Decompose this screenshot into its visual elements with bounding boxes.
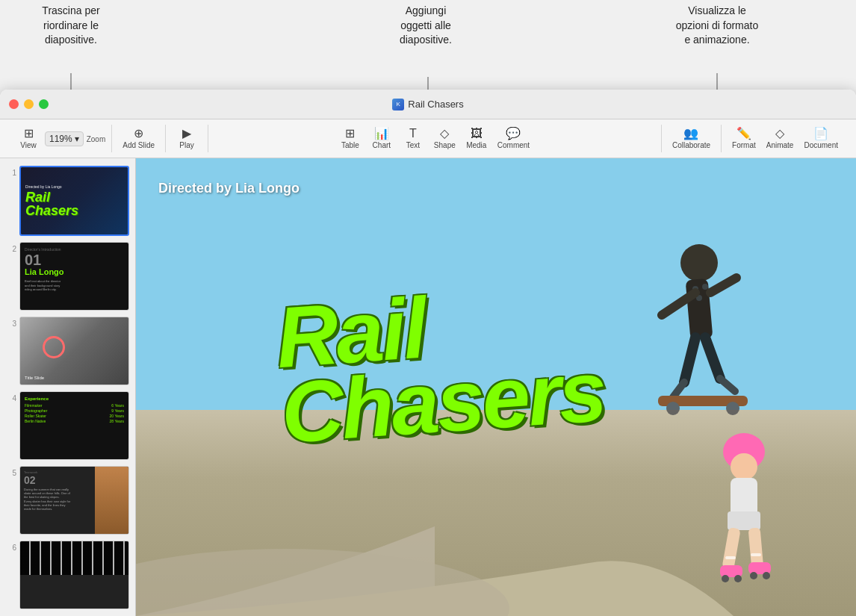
slide-thumb-5: Teamwork 02 During the summer that can r… (19, 466, 129, 535)
annotation-left: Trascina perriordinare lediapositive. (22, 4, 120, 48)
slide-item-4[interactable]: 4 Experience Filmmaker6 Years Photograph… (4, 390, 131, 461)
svg-point-19 (666, 402, 680, 415)
comment-icon: 💬 (506, 128, 521, 140)
thumb-5-num: 02 (24, 474, 91, 486)
maximize-button[interactable] (39, 99, 49, 109)
play-icon: ▶ (182, 128, 191, 140)
annotation-right: Visualizza leopzioni di formatoe animazi… (642, 4, 792, 48)
slide-number-1: 1 (6, 169, 16, 177)
svg-point-22 (731, 453, 757, 480)
add-slide-icon: ⊕ (134, 128, 143, 140)
thumb-2-body: Brief text about the directorand their b… (25, 279, 124, 292)
traffic-lights (9, 99, 49, 109)
toolbar-insert-group: ⊞ Table 📊 Chart T Text ◇ Shape 🖼 Media 💬 (208, 125, 662, 152)
slide-thumb-2: Director's Introduction 01 Lia Longo Bri… (19, 242, 129, 311)
window-title: K Rail Chasers (392, 99, 463, 111)
thumb-4-row-1: Filmmaker6 Years (25, 403, 124, 408)
svg-line-15 (705, 337, 720, 379)
svg-rect-25 (722, 527, 740, 570)
shape-button[interactable]: ◇ Shape (429, 125, 460, 152)
zoom-chevron: ▾ (75, 134, 79, 144)
animate-button[interactable]: ◇ Animate (762, 125, 798, 152)
play-button[interactable]: ▶ Play (172, 125, 202, 152)
toolbar-view-group: ⊞ View 119% ▾ Zoom (7, 125, 112, 152)
svg-line-17 (720, 379, 735, 391)
zoom-label: Zoom (87, 135, 106, 143)
svg-point-10 (702, 284, 708, 290)
svg-point-28 (722, 575, 729, 582)
thumb-6-bottom (20, 575, 128, 609)
keynote-app-icon: K (392, 99, 404, 111)
svg-point-20 (726, 402, 739, 415)
chart-icon: 📊 (374, 128, 389, 140)
slide-thumb-1: Directed by Lia Longo RailChasers (19, 166, 129, 236)
collaborate-icon: 👥 (683, 128, 698, 140)
minimize-button[interactable] (24, 99, 34, 109)
slide-canvas: Directed by Lia Longo RailChasers (136, 158, 856, 616)
thumb-3-label: Title Slide (25, 376, 44, 380)
toolbar-collaborate-group: 👥 Collaborate (662, 125, 722, 152)
slide-item-1[interactable]: 1 Directed by Lia Longo RailChasers (4, 164, 131, 237)
keynote-window: K Rail Chasers ⊞ View 119% ▾ Zoom ⊕ Add … (0, 90, 856, 616)
titlebar: K Rail Chasers (0, 90, 856, 119)
collaborate-button[interactable]: 👥 Collaborate (668, 125, 715, 152)
thumb-3-circle (43, 336, 65, 358)
toolbar-format-group: ✏️ Format ◇ Animate 📄 Document (722, 125, 849, 152)
comment-button[interactable]: 💬 Comment (493, 125, 534, 152)
thumb-4-title: Experience (25, 396, 124, 401)
svg-point-29 (734, 575, 742, 582)
toolbar-play-group: ▶ Play (166, 125, 208, 152)
slide-thumb-4: Experience Filmmaker6 Years Photographer… (19, 391, 129, 460)
thumb-2-name: Lia Longo (25, 267, 124, 277)
view-button[interactable]: ⊞ View (13, 125, 43, 152)
slide-item-6[interactable]: 6 (4, 539, 131, 611)
slide-item-5[interactable]: 5 Teamwork 02 During the summer that can… (4, 464, 131, 536)
slide-number-5: 5 (6, 469, 16, 477)
slide-number-2: 2 (6, 245, 16, 253)
slide-number-4: 4 (6, 394, 16, 402)
format-button[interactable]: ✏️ Format (728, 125, 760, 152)
toolbar-addslide-group: ⊕ Add Slide (112, 125, 166, 152)
canvas-area[interactable]: Directed by Lia Longo RailChasers (136, 158, 856, 616)
add-slide-button[interactable]: ⊕ Add Slide (118, 125, 159, 152)
table-button[interactable]: ⊞ Table (335, 125, 365, 152)
svg-rect-8 (686, 279, 713, 340)
text-icon: T (409, 128, 417, 140)
slide-number-6: 6 (6, 544, 16, 552)
svg-line-14 (684, 337, 695, 382)
main-content: 1 Directed by Lia Longo RailChasers 2 Di… (0, 158, 856, 616)
thumb-5-image (95, 467, 128, 534)
svg-point-31 (750, 572, 757, 579)
close-button[interactable] (9, 99, 19, 109)
document-button[interactable]: 📄 Document (799, 125, 843, 152)
slide-number-3: 3 (6, 320, 16, 328)
chart-button[interactable]: 📊 Chart (367, 125, 397, 152)
media-icon: 🖼 (471, 128, 483, 140)
zoom-value: 119% (49, 134, 72, 144)
seated-figure (677, 429, 811, 594)
svg-rect-34 (751, 553, 761, 556)
thumb-1-graffiti: RailChasers (25, 190, 123, 217)
shape-icon: ◇ (440, 128, 449, 140)
zoom-control[interactable]: 119% ▾ (45, 131, 84, 146)
thumb-4-row-3: Roller Skater20 Years (25, 414, 124, 418)
slide-item-3[interactable]: 3 Title Slide (4, 315, 131, 387)
thumb-5-text: During the summer that can reallyskate a… (24, 488, 91, 511)
toolbar: ⊞ View 119% ▾ Zoom ⊕ Add Slide ▶ Play (0, 119, 856, 158)
slide-panel: 1 Directed by Lia Longo RailChasers 2 Di… (0, 158, 136, 616)
svg-point-32 (763, 572, 770, 579)
slide-thumb-6 (19, 541, 129, 609)
animate-icon: ◇ (775, 128, 784, 140)
document-icon: 📄 (813, 128, 828, 140)
annotation-area: Trascina perriordinare lediapositive. Ag… (0, 0, 856, 97)
svg-rect-33 (725, 556, 736, 559)
view-icon: ⊞ (24, 128, 34, 140)
thumb-4-row-4: Berlin Native28 Years (25, 419, 124, 423)
media-button[interactable]: 🖼 Media (462, 125, 491, 152)
svg-point-7 (680, 244, 718, 281)
slide-item-2[interactable]: 2 Director's Introduction 01 Lia Longo B… (4, 240, 131, 312)
text-button[interactable]: T Text (398, 125, 428, 152)
slide-thumb-3: Title Slide (19, 317, 129, 385)
thumb-2-num: 01 (25, 252, 124, 267)
thumb-6-strip (20, 541, 128, 575)
